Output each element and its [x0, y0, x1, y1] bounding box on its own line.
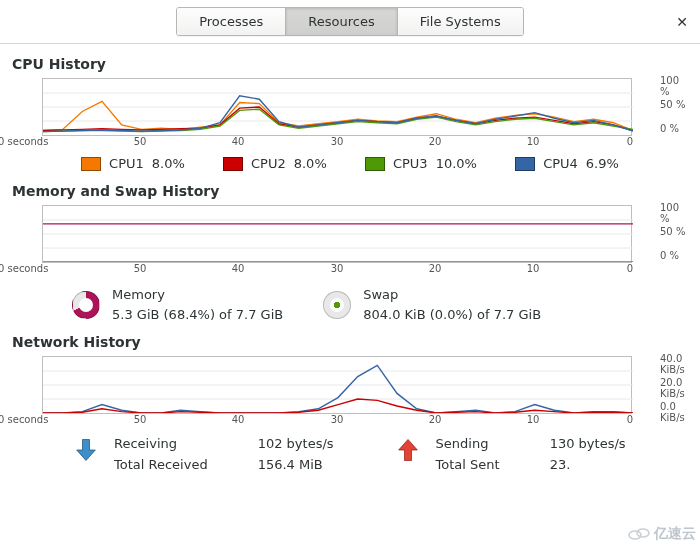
memory-title: Memory and Swap History [12, 183, 688, 199]
legend-cpu2[interactable]: CPU2 8.0% [223, 156, 327, 171]
total-sent-label: Total Sent [436, 457, 500, 472]
receiving-block: Receiving 102 bytes/s Total Received 156… [72, 436, 334, 472]
mem-y-100: 100 % [660, 202, 688, 224]
net-y-top: 40.0 KiB/s [660, 353, 688, 375]
network-section: Network History 40.0 KiB/s 20.0 KiB/s 0.… [0, 322, 700, 472]
cpu-y-50: 50 % [660, 99, 685, 110]
mem-y-0: 0 % [660, 250, 679, 261]
tab-filesystems[interactable]: File Systems [398, 8, 523, 35]
total-sent-value: 23. [550, 457, 626, 472]
network-chart [42, 356, 632, 414]
sending-block: Sending 130 bytes/s Total Sent 23. [394, 436, 626, 472]
memory-label: Memory [112, 287, 283, 302]
swap-value: 804.0 KiB (0.0%) of 7.7 GiB [363, 307, 541, 322]
cpu-y-100: 100 % [660, 75, 688, 97]
net-y-bottom: 0.0 KiB/s [660, 401, 688, 423]
swatch-cpu1 [81, 157, 101, 171]
memory-value: 5.3 GiB (68.4%) of 7.7 GiB [112, 307, 283, 322]
total-received-value: 156.4 MiB [258, 457, 334, 472]
total-received-label: Total Received [114, 457, 208, 472]
legend-cpu4[interactable]: CPU4 6.9% [515, 156, 619, 171]
cpu-chart [42, 78, 632, 136]
sending-rate: 130 bytes/s [550, 436, 626, 451]
svg-point-10 [637, 529, 649, 537]
net-xaxis: 60 seconds 50 40 30 20 10 0 [42, 414, 654, 428]
memory-chart [42, 205, 632, 263]
swap-item[interactable]: Swap 804.0 KiB (0.0%) of 7.7 GiB [323, 287, 541, 322]
svg-point-9 [629, 531, 641, 539]
swatch-cpu3 [365, 157, 385, 171]
memory-item[interactable]: Memory 5.3 GiB (68.4%) of 7.7 GiB [72, 287, 283, 322]
receiving-label: Receiving [114, 436, 208, 451]
arrow-up-icon [394, 436, 422, 464]
mem-xaxis: 60 seconds 50 40 30 20 10 0 [42, 263, 654, 277]
memory-pie-icon [72, 291, 100, 319]
net-y-mid: 20.0 KiB/s [660, 377, 688, 399]
cpu-legend: CPU1 8.0% CPU2 8.0% CPU3 10.0% CPU4 6.9% [62, 156, 638, 171]
cpu-section: CPU History 100 % 50 % 0 % 60 seconds 50… [0, 44, 700, 171]
cpu-title: CPU History [12, 56, 688, 72]
swap-label: Swap [363, 287, 541, 302]
swatch-cpu4 [515, 157, 535, 171]
watermark: 亿速云 [628, 525, 696, 543]
view-tabs: Processes Resources File Systems [176, 7, 524, 36]
legend-cpu1[interactable]: CPU1 8.0% [81, 156, 185, 171]
swatch-cpu2 [223, 157, 243, 171]
arrow-down-icon [72, 436, 100, 464]
memory-section: Memory and Swap History 100 % 50 % 0 % 6… [0, 171, 700, 322]
mem-y-50: 50 % [660, 226, 685, 237]
legend-cpu3[interactable]: CPU3 10.0% [365, 156, 477, 171]
sending-label: Sending [436, 436, 500, 451]
cpu-y-0: 0 % [660, 123, 679, 134]
tab-resources[interactable]: Resources [286, 8, 397, 35]
cpu-xaxis: 60 seconds 50 40 30 20 10 0 [42, 136, 654, 150]
close-icon[interactable]: ✕ [676, 14, 688, 30]
receiving-rate: 102 bytes/s [258, 436, 334, 451]
titlebar: Processes Resources File Systems ✕ [0, 0, 700, 44]
swap-pie-icon [323, 291, 351, 319]
tab-processes[interactable]: Processes [177, 8, 286, 35]
network-title: Network History [12, 334, 688, 350]
